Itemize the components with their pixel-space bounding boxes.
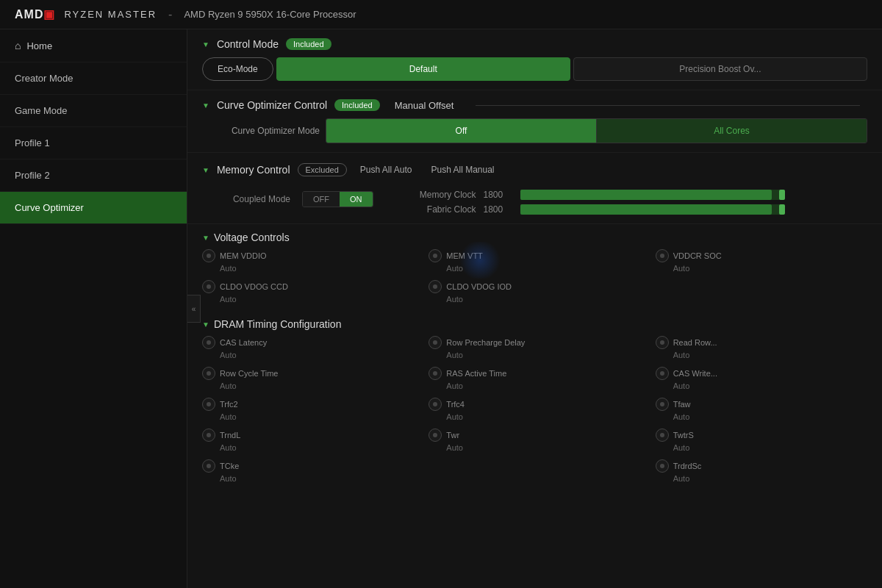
mem-vtt-value: Auto	[429, 264, 640, 273]
sidebar-item-profile-2[interactable]: Profile 2	[0, 159, 187, 192]
voltage-item-cldo-vdog-ccd-header: CLDO VDOG CCD	[202, 280, 414, 293]
voltage-item-empty	[656, 280, 867, 304]
mem-vtt-knob[interactable]	[429, 249, 442, 262]
sidebar-item-profile-1[interactable]: Profile 1	[0, 127, 187, 159]
push-all-manual-button[interactable]: Push All Manual	[425, 162, 500, 178]
vddcr-soc-knob[interactable]	[656, 249, 669, 262]
sidebar-item-curve-optimizer-label: Curve Optimizer	[15, 202, 84, 213]
cldo-vdog-ccd-knob[interactable]	[202, 280, 215, 293]
dram-item-cas-write: CAS Write... Auto	[656, 367, 867, 390]
row-cycle-knob[interactable]	[202, 367, 215, 380]
sidebar-item-creator-mode-label: Creator Mode	[15, 73, 73, 84]
twr-knob[interactable]	[429, 429, 442, 442]
eco-mode-button[interactable]: Eco-Mode	[202, 57, 273, 81]
dram-item-row-precharge-header: Row Precharge Delay	[429, 336, 640, 349]
cas-write-knob[interactable]	[656, 367, 669, 380]
sidebar: ⌂ Home Creator Mode Game Mode Profile 1 …	[0, 29, 187, 588]
amd-logo-text: AMD▣	[15, 8, 55, 21]
read-row-knob[interactable]	[656, 336, 669, 349]
sidebar-item-game-mode[interactable]: Game Mode	[0, 95, 187, 127]
tcke-knob[interactable]	[202, 459, 215, 473]
cldo-vdog-iod-name: CLDO VDOG IOD	[446, 282, 512, 291]
fabric-clock-slider[interactable]	[520, 204, 785, 215]
fabric-clock-label: Fabric Clock	[388, 204, 476, 215]
curve-mode-selector: Off All Cores	[326, 118, 867, 143]
dram-item-twr-header: Twr	[429, 429, 640, 442]
memory-clock-row: Memory Clock 1800	[388, 190, 868, 200]
trdrdsc-knob[interactable]	[656, 459, 669, 473]
cas-latency-name: CAS Latency	[220, 338, 267, 347]
dram-item-tcke: TCke Auto	[202, 459, 414, 483]
memory-control-collapse[interactable]: ▼	[202, 166, 209, 174]
trfc4-value: Auto	[429, 412, 640, 421]
curve-optimizer-separator	[476, 105, 860, 106]
curve-mode-all-cores[interactable]: All Cores	[596, 119, 867, 143]
row-precharge-value: Auto	[429, 351, 640, 359]
header: AMD▣ RYZEN MASTER - AMD Ryzen 9 5950X 16…	[0, 0, 882, 29]
trfc4-knob[interactable]	[429, 398, 442, 411]
trndl-value: Auto	[202, 443, 414, 452]
dram-item-tcke-header: TCke	[202, 459, 414, 473]
mem-vddio-knob[interactable]	[202, 249, 215, 262]
read-row-name: Read Row...	[673, 338, 717, 347]
curve-optimizer-collapse[interactable]: ▼	[202, 101, 209, 110]
curve-mode-row: Curve Optimizer Mode Off All Cores	[202, 118, 867, 143]
dram-item-trndl-header: TrndL	[202, 429, 414, 442]
twtrs-value: Auto	[656, 443, 867, 452]
sidebar-item-game-mode-label: Game Mode	[15, 105, 68, 116]
cas-latency-knob[interactable]	[202, 336, 215, 349]
memory-control-badge: Excluded	[298, 163, 347, 176]
ras-active-name: RAS Active Time	[446, 369, 506, 378]
sidebar-item-home-label: Home	[26, 40, 52, 51]
knob-inner	[207, 254, 211, 258]
cldo-vdog-ccd-name: CLDO VDOG CCD	[220, 282, 288, 291]
default-mode-button[interactable]: Default	[276, 57, 570, 81]
precision-boost-button[interactable]: Precision Boost Ov...	[573, 57, 867, 81]
dram-timing-collapse[interactable]: ▼	[202, 320, 209, 329]
ras-active-knob[interactable]	[429, 367, 442, 380]
dram-item-cas-latency-header: CAS Latency	[202, 336, 414, 349]
coupled-mode-off-button[interactable]: OFF	[303, 192, 340, 207]
sidebar-item-curve-optimizer[interactable]: Curve Optimizer	[0, 192, 187, 224]
vddcr-soc-value: Auto	[656, 264, 867, 273]
knob-inner	[207, 284, 211, 289]
control-mode-title: Control Mode	[217, 38, 279, 50]
cas-write-value: Auto	[656, 381, 867, 390]
voltage-item-cldo-vdog-iod-header: CLDO VDOG IOD	[429, 280, 640, 293]
memory-clock-thumb	[779, 190, 785, 200]
sidebar-collapse-button[interactable]: «	[187, 295, 201, 323]
dram-item-trndl: TrndL Auto	[202, 429, 414, 452]
tfaw-knob[interactable]	[656, 398, 669, 411]
sidebar-item-profile-1-label: Profile 1	[15, 137, 50, 148]
sidebar-item-profile-2-label: Profile 2	[15, 170, 50, 181]
dram-item-cas-write-header: CAS Write...	[656, 367, 867, 380]
voltage-controls-collapse[interactable]: ▼	[202, 234, 209, 242]
knob-inner	[660, 254, 664, 258]
memory-control-header: ▼ Memory Control Excluded Push All Auto …	[202, 162, 867, 178]
tcke-value: Auto	[202, 474, 414, 483]
twtrs-knob[interactable]	[656, 429, 669, 442]
sidebar-item-home[interactable]: ⌂ Home	[0, 29, 187, 62]
mem-vtt-name: MEM VTT	[446, 251, 483, 260]
trfc4-name: Trfc4	[446, 400, 465, 409]
dram-item-trfc2-header: Trfc2	[202, 398, 414, 411]
read-row-value: Auto	[656, 351, 867, 359]
dram-item-trfc4-header: Trfc4	[429, 398, 640, 411]
memory-clock-slider[interactable]	[520, 190, 785, 200]
control-mode-collapse[interactable]: ▼	[202, 40, 209, 49]
push-all-auto-button[interactable]: Push All Auto	[354, 162, 418, 178]
twr-value: Auto	[429, 443, 640, 452]
coupled-mode-on-button[interactable]: ON	[340, 192, 373, 207]
curve-optimizer-section: ▼ Curve Optimizer Control Included Manua…	[187, 90, 882, 153]
cldo-vdog-iod-knob[interactable]	[429, 280, 442, 293]
row-precharge-knob[interactable]	[429, 336, 442, 349]
sidebar-item-creator-mode[interactable]: Creator Mode	[0, 62, 187, 95]
trfc2-knob[interactable]	[202, 398, 215, 411]
tcke-name: TCke	[220, 462, 239, 470]
coupled-mode-row: Coupled Mode OFF ON	[202, 191, 373, 207]
twr-name: Twr	[446, 431, 459, 440]
trndl-name: TrndL	[220, 431, 240, 440]
trndl-knob[interactable]	[202, 429, 215, 442]
dram-timing-title: DRAM Timing Configuration	[214, 318, 342, 330]
curve-mode-off[interactable]: Off	[326, 119, 596, 143]
